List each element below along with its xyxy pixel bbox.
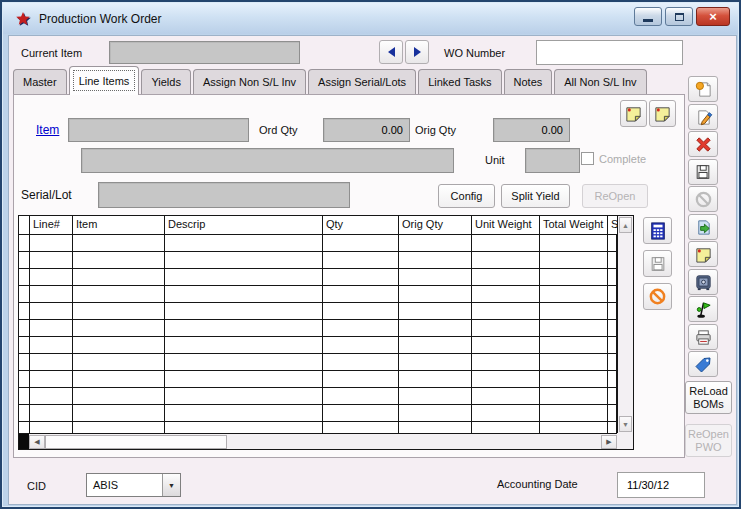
table-cell[interactable] <box>30 405 73 422</box>
table-cell[interactable] <box>472 269 540 286</box>
table-cell[interactable] <box>540 405 608 422</box>
split-yield-button[interactable]: Split Yield <box>501 184 570 208</box>
table-cell[interactable] <box>608 303 617 320</box>
tab-linked-tasks[interactable]: Linked Tasks <box>418 69 501 94</box>
table-cell[interactable] <box>165 337 323 354</box>
table-cell[interactable] <box>608 354 617 371</box>
reopen-button[interactable]: ReOpen <box>582 184 648 208</box>
table-cell[interactable] <box>19 320 30 337</box>
table-cell[interactable] <box>323 286 399 303</box>
reload-boms-button[interactable]: ReLoad BOMs <box>685 381 732 414</box>
orig-qty-field[interactable] <box>493 118 570 142</box>
config-button[interactable]: Config <box>438 184 495 208</box>
tab-assign-serial-lots[interactable]: Assign Serial/Lots <box>308 69 416 94</box>
wo-number-field[interactable] <box>536 40 683 65</box>
item-link[interactable]: Item <box>36 123 59 137</box>
table-cell[interactable] <box>165 371 323 388</box>
accounting-date-field[interactable] <box>617 472 705 498</box>
complete-checkbox[interactable] <box>581 152 594 165</box>
table-row[interactable] <box>19 320 617 337</box>
close-button[interactable]: × <box>696 7 730 26</box>
table-cell[interactable] <box>19 405 30 422</box>
table-cell[interactable] <box>540 354 608 371</box>
table-cell[interactable] <box>165 405 323 422</box>
table-row[interactable] <box>19 388 617 405</box>
next-record-button[interactable] <box>405 40 429 64</box>
table-cell[interactable] <box>19 235 30 252</box>
table-row[interactable] <box>19 405 617 422</box>
table-row[interactable] <box>19 422 617 433</box>
edit-record-button[interactable] <box>688 104 718 130</box>
table-cell[interactable] <box>323 337 399 354</box>
table-cell[interactable] <box>323 371 399 388</box>
table-cell[interactable] <box>399 235 472 252</box>
table-cell[interactable] <box>608 252 617 269</box>
table-cell[interactable] <box>165 303 323 320</box>
item-note-button-1[interactable] <box>620 100 647 127</box>
table-cell[interactable] <box>540 286 608 303</box>
table-cell[interactable] <box>73 388 165 405</box>
table-cell[interactable] <box>472 235 540 252</box>
table-cell[interactable] <box>73 320 165 337</box>
table-cell[interactable] <box>323 252 399 269</box>
table-cell[interactable] <box>399 371 472 388</box>
table-row[interactable] <box>19 252 617 269</box>
table-cell[interactable] <box>323 303 399 320</box>
dropdown-button[interactable]: ▼ <box>162 474 180 496</box>
table-cell[interactable] <box>399 269 472 286</box>
table-cell[interactable] <box>323 405 399 422</box>
table-cell[interactable] <box>30 337 73 354</box>
table-cell[interactable] <box>323 388 399 405</box>
table-cell[interactable] <box>30 354 73 371</box>
tag-button[interactable] <box>688 351 718 377</box>
tab-master[interactable]: Master <box>13 69 67 94</box>
unit-field[interactable] <box>525 148 580 173</box>
item-note-button-2[interactable] <box>649 100 676 127</box>
table-cell[interactable] <box>323 320 399 337</box>
delete-record-button[interactable] <box>688 131 718 157</box>
table-cell[interactable] <box>399 405 472 422</box>
table-cell[interactable] <box>399 354 472 371</box>
table-cell[interactable] <box>19 388 30 405</box>
scroll-up-button[interactable]: ▲ <box>619 217 632 233</box>
table-cell[interactable] <box>165 354 323 371</box>
table-cell[interactable] <box>323 354 399 371</box>
table-cell[interactable] <box>323 269 399 286</box>
reopen-pwo-button[interactable]: ReOpen PWO <box>685 424 732 457</box>
table-cell[interactable] <box>19 286 30 303</box>
scroll-left-button[interactable]: ◀ <box>29 435 45 449</box>
transfer-button[interactable] <box>688 214 718 240</box>
table-cell[interactable] <box>608 371 617 388</box>
table-cell[interactable] <box>472 422 540 433</box>
table-cell[interactable] <box>540 303 608 320</box>
table-cell[interactable] <box>399 286 472 303</box>
table-cell[interactable] <box>540 422 608 433</box>
table-cell[interactable] <box>472 354 540 371</box>
table-cell[interactable] <box>472 405 540 422</box>
table-cell[interactable] <box>73 235 165 252</box>
table-cell[interactable] <box>399 422 472 433</box>
table-cell[interactable] <box>472 371 540 388</box>
table-cell[interactable] <box>540 371 608 388</box>
table-cell[interactable] <box>73 252 165 269</box>
table-cell[interactable] <box>399 320 472 337</box>
cid-dropdown[interactable]: ABIS ▼ <box>86 473 181 497</box>
table-cell[interactable] <box>165 422 323 433</box>
table-cell[interactable] <box>73 354 165 371</box>
tab-notes[interactable]: Notes <box>504 69 553 94</box>
table-cell[interactable] <box>165 252 323 269</box>
table-cell[interactable] <box>30 371 73 388</box>
mascot-button[interactable] <box>688 296 718 322</box>
table-cell[interactable] <box>165 269 323 286</box>
table-cell[interactable] <box>608 388 617 405</box>
table-cell[interactable] <box>73 286 165 303</box>
table-cell[interactable] <box>540 235 608 252</box>
vertical-scrollbar[interactable]: ▲ ▼ <box>617 216 633 433</box>
table-cell[interactable] <box>30 235 73 252</box>
table-row[interactable] <box>19 235 617 252</box>
table-cell[interactable] <box>73 422 165 433</box>
table-cell[interactable] <box>399 337 472 354</box>
table-cell[interactable] <box>73 269 165 286</box>
table-cell[interactable] <box>73 405 165 422</box>
table-cell[interactable] <box>608 422 617 433</box>
